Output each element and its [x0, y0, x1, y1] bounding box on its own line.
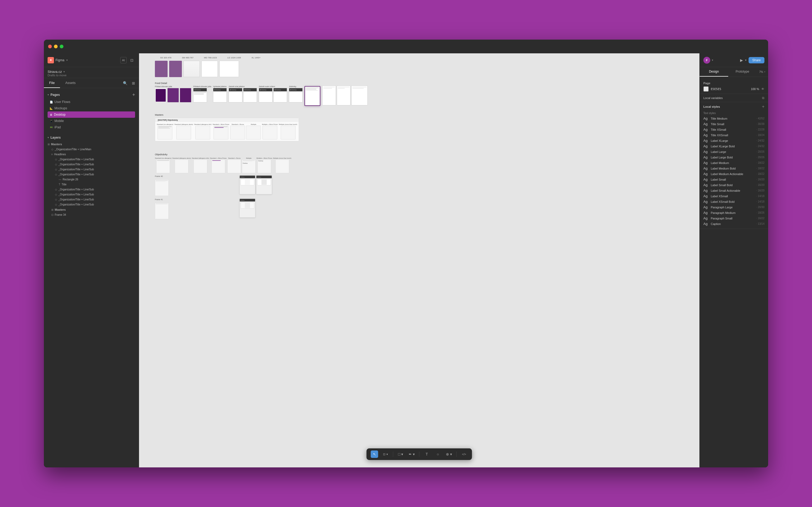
f41-frame-1[interactable]	[155, 203, 169, 219]
obj-frame-4[interactable]	[211, 160, 225, 173]
search-icon[interactable]: 🔍	[122, 80, 128, 87]
text-style-item[interactable]: Ag Title Small · 30/38	[703, 121, 764, 127]
master-frame-7[interactable]	[262, 126, 277, 139]
thumb-frame-3[interactable]	[184, 61, 200, 77]
text-style-item[interactable]: Ag Paragraph Small · 16/22	[703, 216, 764, 221]
masters-box[interactable]: [MASTER] Objednávky Standard (no allerge…	[155, 118, 299, 141]
master-frame-8[interactable]	[281, 126, 296, 139]
text-style-item[interactable]: Ag Caption · 13/14	[703, 221, 764, 227]
text-style-item[interactable]: Ag Label Large Bold · 20/26	[703, 155, 764, 160]
layer-item-org-sub-7[interactable]: ◇ _Organization/Title + Line/Sub	[44, 197, 139, 202]
obj-frame-7[interactable]: Desktop	[257, 160, 271, 173]
layer-item-org-sub-3[interactable]: ◇ _Organization/Title + Line/Sub	[44, 167, 139, 172]
minimize-button[interactable]	[54, 45, 58, 48]
layer-item-headlines[interactable]: ≡ Headlines	[44, 152, 139, 157]
obj-frame-8[interactable]	[275, 160, 289, 173]
play-button[interactable]: ▶	[740, 58, 743, 62]
close-button[interactable]	[48, 45, 52, 48]
project-name-row[interactable]: Strava.cz ▾	[48, 70, 135, 74]
tab-design[interactable]: Design	[700, 67, 728, 76]
food-frame-selected[interactable]	[305, 86, 320, 106]
pen-tool-button[interactable]: ✒ ▾	[408, 450, 415, 458]
canvas-area[interactable]: SS 320-478 SM 480-767 MD 768-1023 LG 102…	[139, 53, 699, 467]
obj-frame-1[interactable]	[156, 160, 170, 173]
food-frame-c1[interactable]: 🖥 Desktop	[213, 88, 227, 103]
layer-item-org-title-main[interactable]: ◇ _Organization/Title + Line/Main	[44, 147, 139, 152]
obj-frame-3[interactable]	[194, 160, 207, 173]
f40-frame-1[interactable]	[155, 180, 169, 196]
obj-frame-5[interactable]	[227, 160, 241, 173]
page-item-mockups[interactable]: 📐 Mockups	[48, 105, 135, 111]
text-style-item[interactable]: Ag Label Large · 20/26	[703, 149, 764, 155]
layer-item-masters-2[interactable]: ⊞ Masters	[44, 207, 139, 212]
obj-frame-2[interactable]	[175, 160, 189, 173]
figma-logo-icon[interactable]: ✦	[48, 57, 54, 63]
text-style-item[interactable]: Ag Paragraph Medium · 18/26	[703, 210, 764, 216]
food-frame-g3[interactable]	[351, 86, 368, 105]
ai-icon[interactable]: AI	[120, 57, 126, 63]
layer-item-masters-top[interactable]: ⊞ Masters	[44, 142, 139, 147]
ellipse-tool-button[interactable]: ○	[434, 450, 442, 458]
layer-item-org-sub-1[interactable]: ◇ _Organization/Title + Line/Sub	[44, 157, 139, 162]
play-chevron-icon[interactable]: ▾	[745, 59, 747, 61]
master-frame-4[interactable]	[214, 126, 229, 139]
layer-item-org-sub-4[interactable]: ◇ _Organization/Title + Line/Sub	[44, 172, 139, 177]
layer-item-rect26[interactable]: — Rectangle 26	[44, 177, 139, 182]
text-style-item[interactable]: Ag Title Medium · 42/52	[703, 116, 764, 121]
layers-header[interactable]: ▾ Layers	[44, 133, 139, 142]
food-frame-g1[interactable]	[322, 86, 336, 105]
food-frame-g2[interactable]	[337, 86, 351, 105]
text-style-item[interactable]: Ag Label Medium · 18/22	[703, 160, 764, 166]
page-item-desktop[interactable]: 🖥 Desktop	[48, 111, 135, 118]
text-style-item[interactable]: Ag Label XLarge Bold · 24/32	[703, 144, 764, 149]
visibility-icon[interactable]: 👁	[761, 87, 764, 91]
food-frame-a2[interactable]	[167, 88, 179, 103]
desktop-frame-3[interactable]: Desktop	[240, 199, 255, 218]
text-tool-button[interactable]: T	[423, 450, 430, 458]
text-style-item[interactable]: Ag Label Small Actionable · 16/20	[703, 188, 764, 193]
add-local-style-button[interactable]: +	[762, 104, 764, 109]
text-style-item[interactable]: Ag Label XLarge · 24/32	[703, 138, 764, 144]
add-page-button[interactable]: +	[132, 93, 135, 97]
page-item-ipad[interactable]: 📟 iPad	[48, 124, 135, 130]
layer-item-org-sub-5[interactable]: ◇ _Organization/Title + Line/Sub	[44, 187, 139, 192]
master-frame-3[interactable]	[195, 126, 210, 139]
layer-item-org-sub-2[interactable]: ◇ _Organization/Title + Line/Sub	[44, 162, 139, 167]
thumb-frame-5[interactable]	[219, 61, 239, 77]
tab-assets[interactable]: Assets	[60, 78, 81, 88]
page-item-user-flows[interactable]: 📄 User Flows	[48, 99, 135, 105]
layer-item-title[interactable]: T Title	[44, 182, 139, 187]
obj-frame-6[interactable]: Desktop	[242, 160, 256, 173]
layer-item-org-sub-6[interactable]: ◇ _Organization/Title + Line/Sub	[44, 192, 139, 197]
thumb-frame-1[interactable]	[155, 61, 167, 77]
share-button[interactable]: Share	[749, 57, 764, 63]
tab-prototype[interactable]: Prototype	[728, 67, 757, 76]
code-tool-button[interactable]: </>	[460, 450, 468, 458]
component-tool-button[interactable]: ⊕ ▾	[445, 450, 453, 458]
text-style-item[interactable]: Ag Title XSmall · 22/28	[703, 127, 764, 132]
thumb-frame-4[interactable]	[201, 61, 218, 77]
food-frame-e2[interactable]: 🖥 Desktop	[273, 88, 287, 103]
desktop-frame-big-2[interactable]: Desktop	[256, 175, 272, 194]
local-variables-icon[interactable]: ⧉	[762, 96, 764, 100]
food-frame-d1[interactable]: 🖥 Desktop	[229, 88, 242, 103]
layer-item-frame34[interactable]: ⊡ Frame 34	[44, 212, 139, 217]
zoom-chevron-icon[interactable]: ▾	[764, 70, 765, 73]
master-frame-6[interactable]	[246, 126, 261, 139]
text-style-item[interactable]: Ag Label Medium Bold · 18/22	[703, 166, 764, 171]
master-frame-2[interactable]	[176, 126, 191, 139]
thumb-frame-2[interactable]	[169, 61, 182, 77]
text-style-item[interactable]: Ag Label XSmall · 14/18	[703, 193, 764, 199]
pages-section-header[interactable]: ▾ Pages +	[48, 91, 135, 99]
layout-icon[interactable]: ⊡	[129, 57, 135, 63]
page-color-swatch[interactable]	[703, 87, 709, 92]
text-style-item[interactable]: Ag Paragraph Large · 20/30	[703, 205, 764, 210]
page-item-mobile[interactable]: 📱 Mobile	[48, 118, 135, 124]
frame-tool-button[interactable]: ⊡ ▾	[382, 450, 389, 458]
desktop-frame-big-1[interactable]: Desktop	[240, 175, 255, 194]
page-color-hex[interactable]: E5E5E5	[711, 88, 721, 91]
maximize-button[interactable]	[60, 45, 63, 48]
food-frame-a1[interactable]	[155, 88, 166, 103]
food-frame-e1[interactable]: 🖥 Desktop	[259, 88, 272, 103]
user-avatar[interactable]: F	[703, 57, 710, 64]
